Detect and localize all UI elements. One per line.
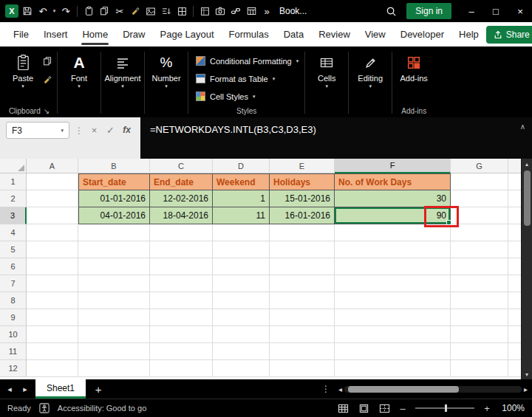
cell-A9[interactable] xyxy=(27,309,78,326)
cell-D8[interactable] xyxy=(213,292,270,309)
column-header-B[interactable]: B xyxy=(78,159,150,173)
cell-C11[interactable] xyxy=(150,343,213,360)
cell-E1[interactable]: Holidays xyxy=(270,173,335,190)
hscroll-right-icon[interactable]: ▸ xyxy=(524,385,528,393)
alignment-button[interactable]: Alignment ▾ xyxy=(103,48,143,88)
cell-styles-button[interactable]: Cell Styles ▾ xyxy=(196,88,299,105)
cell-B1[interactable]: Start_date xyxy=(78,173,150,190)
tab-file[interactable]: File xyxy=(6,22,36,46)
enter-icon[interactable]: ✓ xyxy=(105,122,116,136)
vertical-scrollbar-thumb[interactable] xyxy=(524,170,531,226)
cell-B9[interactable] xyxy=(78,309,150,326)
cell-A5[interactable] xyxy=(27,241,78,258)
minimize-button[interactable]: – xyxy=(460,0,483,22)
column-header-E[interactable]: E xyxy=(270,159,335,173)
cell-F8[interactable] xyxy=(335,292,451,309)
copy-small-icon[interactable] xyxy=(43,55,52,66)
cell-F9[interactable] xyxy=(335,309,451,326)
search-icon[interactable] xyxy=(383,2,398,20)
table-icon[interactable] xyxy=(244,2,259,20)
cell-G2[interactable] xyxy=(451,190,508,207)
cell-A8[interactable] xyxy=(27,292,78,309)
paste-button[interactable]: Paste ▾ xyxy=(3,48,43,88)
number-button[interactable]: % Number ▾ xyxy=(146,48,186,88)
cell-G3[interactable] xyxy=(451,207,508,224)
cell-A2[interactable] xyxy=(27,190,78,207)
vertical-scrollbar[interactable]: ▴ ▾ xyxy=(521,159,532,379)
picture-icon[interactable] xyxy=(143,2,158,20)
cell-G1[interactable] xyxy=(451,173,508,190)
cell-E3[interactable]: 16-01-2016 xyxy=(270,207,335,224)
undo-caret-icon[interactable]: ▾ xyxy=(51,2,58,20)
share-button[interactable]: Share xyxy=(486,26,532,44)
excel-logo-icon[interactable]: X xyxy=(4,2,19,20)
cell-C3[interactable]: 18-04-2016 xyxy=(150,207,213,224)
cell-F4[interactable] xyxy=(335,224,451,241)
cell-A10[interactable] xyxy=(27,326,78,343)
editing-button[interactable]: Editing ▾ xyxy=(350,48,390,88)
cell-D4[interactable] xyxy=(213,224,270,241)
insert-function-icon[interactable]: fx xyxy=(121,122,132,135)
cell-B7[interactable] xyxy=(78,275,150,292)
row-header-1[interactable]: 1 xyxy=(0,173,27,190)
column-header-A[interactable]: A xyxy=(27,159,78,173)
formula-bar-dots-icon[interactable]: ⋮ xyxy=(75,122,83,136)
cell-B6[interactable] xyxy=(78,258,150,275)
camera-icon[interactable] xyxy=(213,2,228,20)
cell-C6[interactable] xyxy=(150,258,213,275)
cell-F1[interactable]: No. of Work Days xyxy=(335,173,451,190)
sign-in-button[interactable]: Sign in xyxy=(406,3,451,19)
tab-home[interactable]: Home xyxy=(75,22,115,46)
row-header-12[interactable]: 12 xyxy=(0,360,27,377)
format-as-table-button[interactable]: Format as Table ▾ xyxy=(196,70,299,87)
cell-G7[interactable] xyxy=(451,275,508,292)
cell-A11[interactable] xyxy=(27,343,78,360)
page-break-view-icon[interactable] xyxy=(377,402,392,415)
page-layout-view-icon[interactable] xyxy=(356,402,371,415)
borders-icon[interactable] xyxy=(174,2,189,20)
addins-button[interactable]: Add-ins xyxy=(394,48,434,83)
cell-B3[interactable]: 04-01-2016 xyxy=(78,207,150,224)
cell-E8[interactable] xyxy=(270,292,335,309)
add-sheet-button[interactable]: + xyxy=(91,383,106,396)
cell-D12[interactable] xyxy=(213,360,270,377)
cell-D10[interactable] xyxy=(213,326,270,343)
cell-F2[interactable]: 30 xyxy=(335,190,451,207)
cell-D2[interactable]: 1 xyxy=(213,190,270,207)
cell-F11[interactable] xyxy=(335,343,451,360)
row-header-3[interactable]: 3 xyxy=(0,207,27,224)
scroll-down-icon[interactable]: ▾ xyxy=(525,369,528,379)
cell-C10[interactable] xyxy=(150,326,213,343)
zoom-slider-thumb[interactable] xyxy=(445,404,447,412)
cell-E2[interactable]: 15-01-2016 xyxy=(270,190,335,207)
cell-A1[interactable] xyxy=(27,173,78,190)
row-header-11[interactable]: 11 xyxy=(0,343,27,360)
cell-G8[interactable] xyxy=(451,292,508,309)
cell-C9[interactable] xyxy=(150,309,213,326)
column-header-F[interactable]: F xyxy=(335,159,451,173)
cell-A6[interactable] xyxy=(27,258,78,275)
save-icon[interactable] xyxy=(20,2,35,20)
horizontal-scrollbar[interactable]: ◂ ▸ xyxy=(338,385,528,393)
qat-overflow-icon[interactable]: » xyxy=(259,2,274,20)
cell-G5[interactable] xyxy=(451,241,508,258)
cell-D1[interactable]: Weekend xyxy=(213,173,270,190)
cell-G4[interactable] xyxy=(451,224,508,241)
zoom-level[interactable]: 100% xyxy=(498,403,525,413)
cell-B5[interactable] xyxy=(78,241,150,258)
cut-icon[interactable]: ✂ xyxy=(112,2,127,20)
cell-G6[interactable] xyxy=(451,258,508,275)
maximize-button[interactable]: □ xyxy=(484,0,508,22)
font-button[interactable]: A Font ▾ xyxy=(59,48,99,88)
sheet-tab-sheet1[interactable]: Sheet1 xyxy=(35,379,86,399)
copy-icon[interactable] xyxy=(97,2,112,20)
cell-B4[interactable] xyxy=(78,224,150,241)
link-icon[interactable] xyxy=(228,2,243,20)
cell-A7[interactable] xyxy=(27,275,78,292)
row-header-5[interactable]: 5 xyxy=(0,241,27,258)
cell-C1[interactable]: End_date xyxy=(150,173,213,190)
cell-B2[interactable]: 01-01-2016 xyxy=(78,190,150,207)
accessibility-status[interactable]: Accessibility: Good to go xyxy=(58,404,146,413)
close-button[interactable]: × xyxy=(508,0,532,22)
cell-D5[interactable] xyxy=(213,241,270,258)
